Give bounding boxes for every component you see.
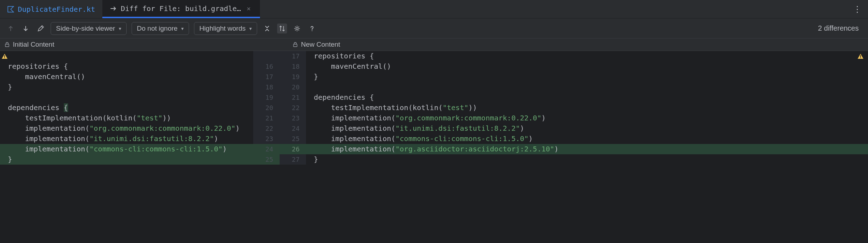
gear-icon[interactable] — [292, 24, 302, 33]
right-marker-col — [857, 51, 867, 61]
differences-count: 2 differences — [818, 24, 862, 32]
line-number: 17 — [253, 72, 280, 82]
line-number: 17 — [280, 51, 306, 61]
kotlin-file-icon — [7, 6, 14, 13]
line-number: 21 — [280, 92, 306, 103]
code-line[interactable]: dependencies { — [306, 92, 868, 103]
diff-body: repositories { mavenCentral()}dependenci… — [0, 51, 868, 165]
prev-diff-icon[interactable] — [6, 24, 16, 33]
code-line[interactable]: mavenCentral() — [0, 72, 253, 82]
svg-rect-5 — [860, 55, 861, 57]
left-pane: repositories { mavenCentral()}dependenci… — [0, 51, 253, 165]
code-line[interactable]: implementation("org.commonmark:commonmar… — [0, 123, 253, 134]
code-line[interactable]: implementation("org.commonmark:commonmar… — [306, 113, 868, 123]
code-line[interactable]: } — [306, 154, 868, 165]
line-number: 25 — [280, 134, 306, 144]
code-line[interactable]: implementation("it.unimi.dsi:fastutil:8.… — [0, 134, 253, 144]
code-line[interactable]: implementation("commons-cli:commons-cli:… — [0, 144, 253, 154]
code-line[interactable] — [0, 92, 253, 103]
line-number: 21 — [253, 113, 280, 123]
dropdown-label: Side-by-side viewer — [56, 25, 115, 32]
next-diff-icon[interactable] — [21, 24, 31, 33]
right-pane-header: New Content — [288, 38, 868, 51]
svg-rect-1 — [5, 44, 9, 47]
code-line[interactable]: testImplementation(kotlin("test")) — [306, 103, 868, 113]
help-icon[interactable] — [307, 24, 317, 33]
line-number: 26 — [280, 144, 306, 154]
warning-icon — [857, 53, 864, 59]
diff-icon — [109, 5, 117, 12]
left-line-numbers: 16171819202122232425 — [253, 51, 280, 165]
line-number: 24 — [253, 144, 280, 154]
tab-label: Diff for File: build.gradle… — [121, 4, 241, 13]
lock-icon — [292, 42, 298, 47]
line-number: 25 — [253, 154, 280, 165]
kebab-menu-icon[interactable]: ⋮ — [847, 4, 868, 14]
line-number: 18 — [253, 82, 280, 92]
dropdown-label: Do not ignore — [137, 25, 178, 32]
left-pane-header: Initial Content — [0, 38, 288, 51]
code-line[interactable] — [306, 82, 868, 92]
code-line[interactable]: dependencies { — [0, 103, 253, 113]
tab-duplicate-finder[interactable]: DuplicateFinder.kt — [0, 0, 102, 18]
header-title: Initial Content — [13, 41, 54, 48]
edit-icon[interactable] — [36, 24, 46, 33]
left-code[interactable]: repositories { mavenCentral()}dependenci… — [0, 51, 253, 165]
line-number: 22 — [253, 123, 280, 134]
svg-rect-4 — [4, 57, 5, 58]
header-title: New Content — [301, 41, 340, 48]
line-number: 18 — [280, 61, 306, 72]
warning-icon — [1, 53, 8, 59]
line-number: 19 — [253, 92, 280, 103]
code-line[interactable]: testImplementation(kotlin("test")) — [0, 113, 253, 123]
code-line[interactable]: implementation("commons-cli:commons-cli:… — [306, 134, 868, 144]
collapse-icon[interactable] — [262, 24, 272, 33]
svg-point-0 — [296, 27, 298, 30]
highlight-mode-dropdown[interactable]: Highlight words ▾ — [194, 22, 257, 35]
chevron-down-icon: ▾ — [249, 26, 252, 31]
code-line[interactable]: } — [0, 154, 253, 165]
line-number: 23 — [280, 113, 306, 123]
warning-row — [0, 51, 253, 61]
right-line-numbers: 1718192021222324252627 — [280, 51, 306, 165]
chevron-down-icon: ▾ — [119, 26, 121, 31]
dropdown-label: Highlight words — [199, 25, 246, 32]
center-gutter: 16171819202122232425 1718192021222324252… — [253, 51, 306, 165]
svg-rect-2 — [293, 44, 297, 47]
line-number: 16 — [253, 61, 280, 72]
code-line[interactable]: repositories { — [0, 61, 253, 72]
line-number: 23 — [253, 134, 280, 144]
ignore-mode-dropdown[interactable]: Do not ignore ▾ — [132, 22, 189, 35]
sync-scroll-icon[interactable] — [277, 24, 287, 33]
line-number: 24 — [280, 123, 306, 134]
line-number: 19 — [280, 72, 306, 82]
right-pane: repositories { mavenCentral()}dependenci… — [306, 51, 868, 165]
tab-diff-build-gradle[interactable]: Diff for File: build.gradle… ✕ — [102, 0, 260, 18]
svg-rect-3 — [4, 55, 5, 57]
lock-icon — [4, 42, 10, 47]
diff-toolbar: Side-by-side viewer ▾ Do not ignore ▾ Hi… — [0, 19, 868, 38]
line-number: 20 — [253, 103, 280, 113]
line-number: 27 — [280, 154, 306, 165]
right-code[interactable]: repositories { mavenCentral()}dependenci… — [306, 51, 868, 165]
tab-label: DuplicateFinder.kt — [18, 5, 95, 14]
code-line[interactable]: } — [0, 82, 253, 92]
viewer-mode-dropdown[interactable]: Side-by-side viewer ▾ — [51, 22, 127, 35]
code-line[interactable]: } — [306, 72, 868, 82]
code-line[interactable]: implementation("org.asciidoctor:asciidoc… — [306, 144, 868, 154]
svg-rect-6 — [860, 57, 861, 58]
pane-headers: Initial Content New Content — [0, 38, 868, 51]
close-icon[interactable]: ✕ — [245, 5, 253, 12]
editor-tabs: DuplicateFinder.kt Diff for File: build.… — [0, 0, 868, 19]
line-number: 22 — [280, 103, 306, 113]
line-number: 20 — [280, 82, 306, 92]
chevron-down-icon: ▾ — [181, 26, 184, 31]
code-line[interactable]: repositories { — [306, 51, 868, 61]
code-line[interactable]: mavenCentral() — [306, 61, 868, 72]
code-line[interactable]: implementation("it.unimi.dsi:fastutil:8.… — [306, 123, 868, 134]
line-number — [253, 51, 280, 61]
